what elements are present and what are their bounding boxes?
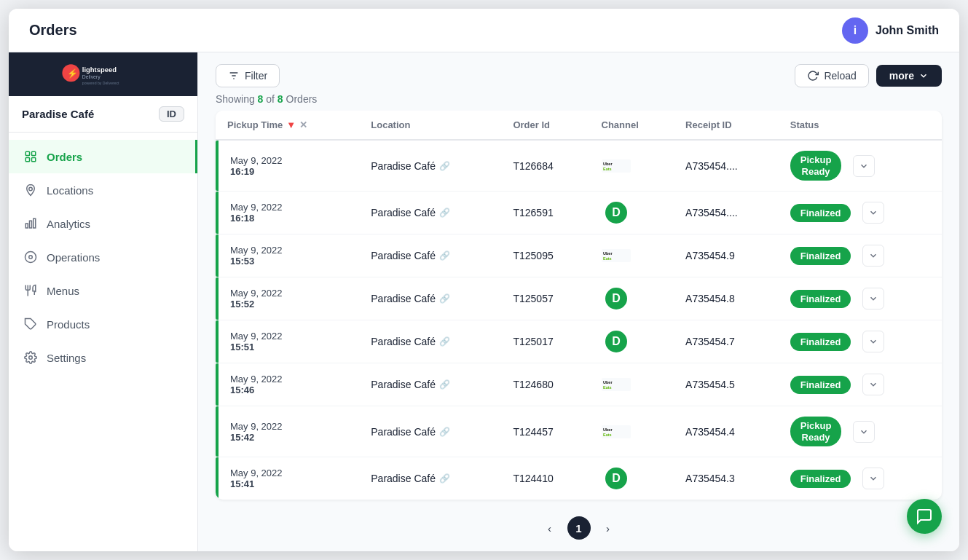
- location-cell: Paradise Café 🔗: [359, 277, 501, 320]
- channel-cell: D: [590, 277, 674, 320]
- svg-text:⚡: ⚡: [67, 68, 78, 79]
- pickup-sort-icon[interactable]: ▼: [286, 119, 296, 130]
- location-link-icon[interactable]: 🔗: [439, 379, 450, 390]
- chat-button[interactable]: [907, 499, 942, 534]
- receipt-id-value: A735454.9: [685, 250, 735, 261]
- chevron-down-icon: [859, 161, 869, 171]
- operations-label: Operations: [47, 251, 100, 264]
- sidebar-item-settings[interactable]: Settings: [9, 341, 197, 374]
- location-value: Paradise Café: [371, 293, 436, 304]
- reload-button[interactable]: Reload: [795, 64, 868, 87]
- expand-row-button[interactable]: [853, 155, 875, 177]
- showing-count: 8: [258, 93, 264, 105]
- sidebar-item-operations[interactable]: Operations: [9, 240, 197, 274]
- restaurant-name: Paradise Café: [22, 108, 94, 120]
- receipt-id-cell: A735454....: [674, 192, 779, 234]
- order-id-value: T125095: [513, 250, 553, 261]
- location-link-icon[interactable]: 🔗: [439, 473, 450, 484]
- svg-text:Eats: Eats: [603, 385, 612, 390]
- location-link-icon[interactable]: 🔗: [439, 161, 450, 171]
- sidebar-item-products[interactable]: Products: [9, 307, 197, 341]
- order-id-cell: T124457: [501, 406, 589, 457]
- sidebar-logo: ⚡ lightspeed Delivery powered by Deliver…: [9, 52, 197, 96]
- expand-row-button[interactable]: [862, 288, 884, 309]
- expand-row-button[interactable]: [862, 202, 884, 224]
- table-row: May 9, 2022 15:53 Paradise Café 🔗 T12509…: [216, 234, 942, 277]
- status-badge: Finalized: [790, 376, 851, 394]
- location-cell: Paradise Café 🔗: [359, 234, 501, 277]
- location-value: Paradise Café: [371, 473, 436, 484]
- row-indicator: [216, 457, 219, 500]
- status-badge: Finalized: [790, 333, 851, 351]
- sidebar-nav: Orders Locations Analytics: [9, 133, 197, 382]
- filter-icon: [228, 70, 240, 82]
- chevron-down-icon: [859, 427, 869, 437]
- orders-label: Orders: [47, 151, 82, 163]
- sidebar-item-orders[interactable]: Orders: [9, 140, 197, 173]
- receipt-id-value: A735454....: [685, 207, 738, 218]
- sidebar-item-locations[interactable]: Locations: [9, 173, 197, 207]
- status-cell: Finalized: [779, 363, 942, 406]
- prev-page-button[interactable]: ‹: [538, 516, 562, 540]
- location-link-icon[interactable]: 🔗: [439, 336, 450, 347]
- expand-row-button[interactable]: [862, 468, 884, 489]
- location-value: Paradise Café: [371, 250, 436, 261]
- expand-row-button[interactable]: [862, 331, 884, 352]
- col-location: Location: [359, 111, 501, 140]
- user-badge: i John Smith: [842, 17, 939, 44]
- status-badge: Finalized: [790, 204, 851, 222]
- sidebar-item-analytics[interactable]: Analytics: [9, 207, 197, 240]
- status-badge: PickupReady: [790, 151, 842, 181]
- location-link-icon[interactable]: 🔗: [439, 427, 450, 437]
- channel-cell: Uber Eats: [590, 363, 674, 406]
- row-indicator: [216, 141, 219, 191]
- sidebar-item-menus[interactable]: Menus: [9, 274, 197, 307]
- status-badge: PickupReady: [790, 417, 842, 446]
- next-page-button[interactable]: ›: [597, 516, 620, 540]
- pickup-clear-icon[interactable]: ✕: [299, 119, 307, 130]
- channel-logo: D: [602, 202, 631, 223]
- status-cell: Finalized: [779, 192, 942, 234]
- doordash-logo: D: [605, 467, 628, 490]
- gear-icon: [23, 350, 38, 365]
- location-link-icon[interactable]: 🔗: [439, 293, 450, 304]
- analytics-label: Analytics: [47, 218, 90, 230]
- expand-row-button[interactable]: [853, 421, 875, 443]
- more-button[interactable]: more: [876, 65, 942, 87]
- row-indicator: [216, 277, 219, 320]
- col-pickup-time: Pickup Time ▼ ✕: [216, 111, 359, 140]
- svg-rect-7: [25, 158, 29, 162]
- page-1-button[interactable]: 1: [567, 516, 591, 540]
- order-id-value: T126591: [513, 207, 553, 218]
- status-badge: Finalized: [790, 470, 851, 488]
- location-cell: Paradise Café 🔗: [359, 320, 501, 363]
- svg-point-9: [29, 187, 33, 191]
- pickup-time-cell: May 9, 2022 15:41: [216, 457, 359, 500]
- receipt-id-cell: A735454.8: [674, 277, 779, 320]
- pickup-time-value: May 9, 2022 16:18: [230, 202, 283, 224]
- col-channel: Channel: [590, 111, 674, 140]
- restaurant-id-badge[interactable]: ID: [159, 106, 184, 122]
- expand-row-button[interactable]: [862, 245, 884, 267]
- filter-button[interactable]: Filter: [216, 64, 280, 87]
- pickup-time-cell: May 9, 2022 15:53: [216, 234, 359, 277]
- row-indicator: [216, 192, 219, 234]
- svg-rect-5: [25, 151, 29, 155]
- svg-rect-6: [32, 151, 36, 155]
- showing-text: Showing 8 of 8 Orders: [198, 93, 959, 111]
- location-link-icon[interactable]: 🔗: [439, 251, 450, 261]
- channel-logo: D: [602, 468, 631, 489]
- pagination: ‹ 1 ›: [198, 505, 959, 551]
- reload-icon: [807, 70, 819, 82]
- chevron-down-icon: [868, 208, 878, 218]
- toolbar-left: Filter: [216, 64, 280, 87]
- channel-cell: D: [590, 192, 674, 234]
- table-row: May 9, 2022 16:18 Paradise Café 🔗 T12659…: [216, 192, 942, 234]
- svg-rect-8: [32, 158, 36, 162]
- location-link-icon[interactable]: 🔗: [439, 208, 450, 218]
- status-cell: PickupReady: [779, 406, 942, 457]
- channel-logo: D: [602, 288, 631, 309]
- row-indicator: [216, 320, 219, 363]
- order-id-value: T125057: [513, 293, 553, 304]
- expand-row-button[interactable]: [862, 374, 884, 395]
